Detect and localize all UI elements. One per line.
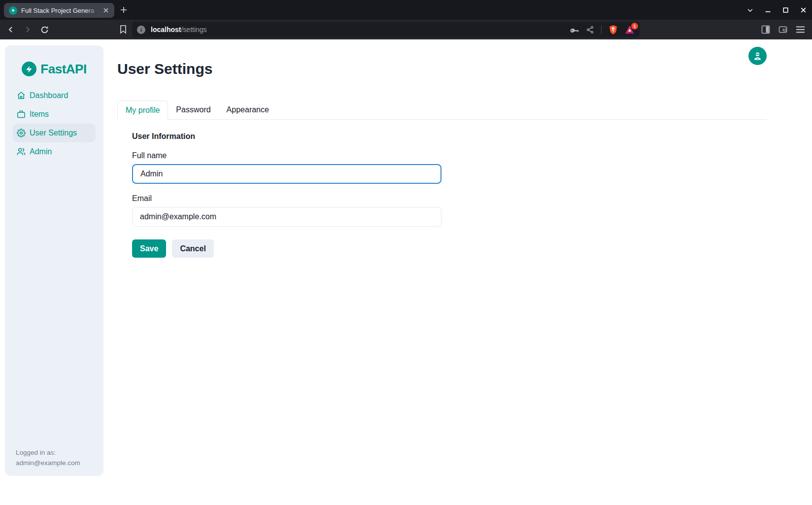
users-icon bbox=[17, 147, 26, 156]
share-icon[interactable] bbox=[586, 26, 594, 34]
window-maximize-icon[interactable] bbox=[781, 6, 789, 14]
url-divider bbox=[601, 25, 602, 34]
sidebar-item-dashboard[interactable]: Dashboard bbox=[13, 86, 96, 105]
brave-shield-icon[interactable] bbox=[609, 25, 618, 35]
fastapi-logo: FastAPI bbox=[5, 45, 103, 76]
main-area: User Settings My profile Password Appear… bbox=[117, 39, 767, 505]
rewards-badge: 1 bbox=[631, 23, 638, 30]
window-close-icon[interactable] bbox=[799, 6, 807, 14]
url-text: localhost/settings bbox=[151, 26, 570, 34]
reload-icon[interactable] bbox=[39, 25, 49, 34]
url-host: localhost bbox=[151, 26, 181, 34]
url-bar[interactable]: localhost/settings 1 bbox=[132, 22, 640, 37]
email-input[interactable] bbox=[132, 207, 441, 227]
sidebar-item-label: User Settings bbox=[30, 129, 77, 137]
menu-hamburger-icon[interactable] bbox=[796, 26, 805, 34]
tab-my-profile[interactable]: My profile bbox=[117, 101, 168, 120]
logged-in-email: admin@example.com bbox=[16, 458, 80, 468]
briefcase-icon bbox=[17, 110, 26, 119]
tab-close-icon[interactable] bbox=[102, 6, 110, 15]
full-name-label: Full name bbox=[132, 151, 441, 160]
site-info-icon[interactable] bbox=[137, 26, 145, 34]
new-tab-icon[interactable] bbox=[119, 5, 128, 14]
home-icon bbox=[17, 91, 26, 100]
bookmark-icon[interactable] bbox=[119, 25, 127, 34]
fastapi-favicon-icon bbox=[9, 6, 17, 15]
sidebar-item-user-settings[interactable]: User Settings bbox=[13, 124, 96, 142]
section-title: User Information bbox=[132, 132, 441, 141]
page-title: User Settings bbox=[117, 61, 212, 77]
sidebar-panel-icon[interactable] bbox=[761, 25, 770, 34]
fastapi-logo-text: FastAPI bbox=[40, 62, 86, 77]
tab-title-fade bbox=[86, 7, 100, 14]
tab-password[interactable]: Password bbox=[168, 101, 218, 119]
sidebar-footer: Logged in as: admin@example.com bbox=[16, 447, 80, 468]
full-name-input[interactable] bbox=[132, 164, 441, 184]
user-avatar-icon bbox=[752, 51, 763, 61]
sidebar-nav: Dashboard Items User Settings Admin bbox=[5, 86, 103, 161]
settings-tabs: My profile Password Appearance bbox=[117, 101, 767, 120]
back-icon[interactable] bbox=[6, 25, 16, 34]
sidebar-item-label: Dashboard bbox=[30, 91, 68, 100]
tab-appearance[interactable]: Appearance bbox=[219, 101, 277, 119]
tab-title: Full Stack Project Genera bbox=[21, 7, 100, 14]
logged-in-as-label: Logged in as: bbox=[16, 447, 80, 458]
forward-icon[interactable] bbox=[23, 25, 33, 34]
window-minimize-icon[interactable] bbox=[764, 6, 772, 14]
password-key-icon[interactable] bbox=[570, 25, 579, 34]
email-label: Email bbox=[132, 194, 441, 203]
app-content: FastAPI Dashboard Items User Settings bbox=[0, 39, 812, 505]
window-chevron-down-icon[interactable] bbox=[746, 6, 754, 14]
browser-navbar: localhost/settings 1 bbox=[0, 20, 812, 39]
profile-panel: User Information Full name Email Save Ca… bbox=[132, 132, 441, 258]
save-button[interactable]: Save bbox=[132, 239, 166, 258]
url-path: /settings bbox=[181, 26, 206, 34]
sidebar-item-label: Admin bbox=[30, 147, 52, 156]
user-avatar-button[interactable] bbox=[748, 47, 767, 65]
wallet-icon[interactable] bbox=[778, 26, 787, 34]
sidebar: FastAPI Dashboard Items User Settings bbox=[5, 45, 103, 476]
sidebar-item-items[interactable]: Items bbox=[13, 105, 96, 124]
browser-tab[interactable]: Full Stack Project Genera bbox=[4, 3, 114, 18]
form-actions: Save Cancel bbox=[132, 239, 441, 258]
brave-rewards-icon[interactable]: 1 bbox=[625, 25, 635, 34]
browser-titlebar: Full Stack Project Genera bbox=[0, 0, 812, 20]
sidebar-item-label: Items bbox=[30, 110, 49, 119]
sidebar-item-admin[interactable]: Admin bbox=[13, 142, 96, 161]
cancel-button[interactable]: Cancel bbox=[172, 239, 213, 258]
fastapi-logo-icon bbox=[22, 62, 36, 76]
gear-icon bbox=[17, 129, 26, 137]
